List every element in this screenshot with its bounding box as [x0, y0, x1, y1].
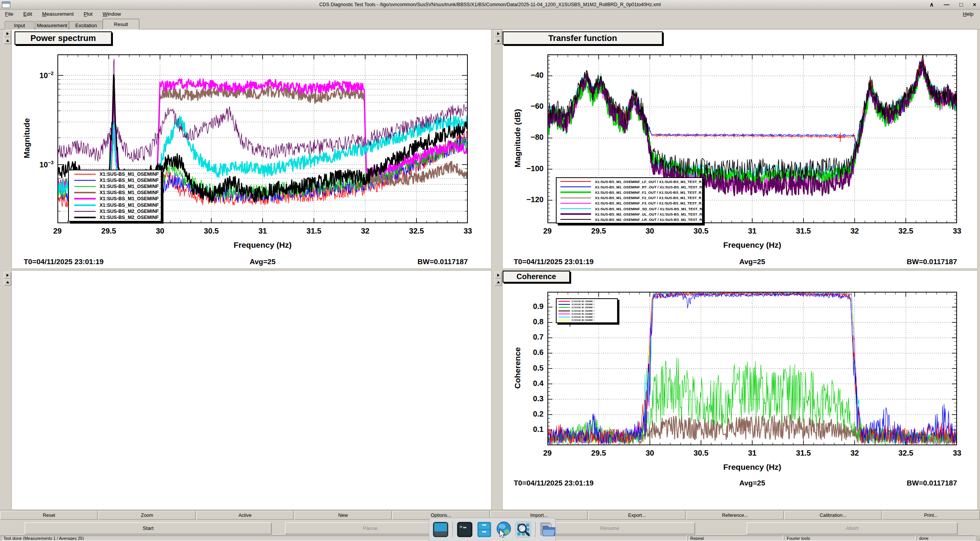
menu-edit[interactable]: Edit: [18, 10, 37, 18]
legend-key-line: [560, 203, 591, 204]
triangle-right-icon: [7, 274, 9, 277]
button-new[interactable]: New: [294, 511, 392, 520]
svg-text:>: >: [459, 524, 462, 530]
tab-result[interactable]: Result: [103, 19, 139, 29]
legend-entry: X1:SUS-BS_M1_OSEMINF_RT_OUT / X1:SUS-BS_…: [557, 184, 702, 190]
coherence-t0: T0=04/11/2025 23:01:19: [514, 479, 594, 488]
tab-bar: InputMeasurementExcitationResult: [0, 18, 980, 29]
coherence-bw: BW=0.0117187: [804, 479, 957, 488]
y-tick-label: 10−2: [20, 70, 54, 80]
x-tick-label: 33: [944, 227, 970, 235]
x-tick-label: 31: [739, 227, 766, 235]
transfer-function-title: Transfer function: [503, 31, 663, 45]
button-export[interactable]: Export...: [588, 511, 686, 520]
triangle-up-icon: [497, 281, 500, 283]
legend-key-line: [559, 304, 570, 305]
legend-entry: X1:SUS-BS_M1_OSEMINF_SD_OUT: [69, 202, 161, 208]
pane-expand-up-button[interactable]: [495, 37, 502, 44]
maximize-button[interactable]: □: [959, 0, 963, 9]
transfer-function-legend[interactable]: X1:SUS-BS_M1_OSEMINF_LF_OUT / X1:SUS-BS_…: [556, 177, 703, 224]
pane-expand-right-button[interactable]: [495, 30, 502, 37]
app-finder-icon[interactable]: [514, 521, 532, 538]
legend-entry: X1:SUS-BS_M1_OSEMINF_F1_OUT / X1:SUS-BS_…: [557, 306, 617, 309]
pane-expand-up-button[interactable]: [495, 279, 502, 286]
browser-globe-icon[interactable]: [495, 521, 513, 538]
triangle-up-icon: [497, 39, 500, 42]
y-tick-label: −80: [510, 133, 544, 142]
legend-entry: X1:SUS-BS_M1_OSEMINF_LF_OUT / X1:SUS-BS_…: [557, 300, 617, 303]
pane-expand-right-button[interactable]: [4, 30, 11, 37]
y-tick-label: −40: [510, 71, 544, 80]
triangle-up-icon: [6, 281, 9, 283]
display-icon[interactable]: [432, 521, 449, 538]
x-tick-label: 30.5: [688, 227, 714, 235]
shade-button[interactable]: ∧: [929, 0, 934, 9]
legend-entry: X1:SUS-BS_M1_OSEMINF_F1_OUT / X1:SUS-BS_…: [557, 190, 702, 195]
legend-entry: X1:SUS-BS_M2_OSEMINF_LR_OUT: [69, 208, 161, 214]
legend-entry-label: X1:SUS-BS_M1_OSEMINF_LF_OUT / X1:SUS-BS_…: [572, 301, 595, 302]
menu-file[interactable]: File: [0, 10, 18, 18]
window-controls: ∧—□×: [929, 0, 976, 9]
legend-key-line: [74, 211, 96, 212]
legend-entry-label: X1:SUS-BS_M1_OSEMINF_F1_OUT / X1:SUS-BS_…: [595, 190, 702, 194]
pane-expand-right-button[interactable]: [495, 272, 502, 279]
pane-expand-up-button[interactable]: [4, 37, 11, 44]
menu-plot[interactable]: Plot: [79, 10, 98, 18]
coherence-legend[interactable]: X1:SUS-BS_M1_OSEMINF_LF_OUT / X1:SUS-BS_…: [556, 298, 618, 323]
button-zoom[interactable]: Zoom: [98, 511, 196, 520]
x-tick-label: 29.5: [585, 449, 612, 458]
power-spectrum-legend[interactable]: X1:SUS-BS_M1_OSEMINF_F1_OUTX1:SUS-BS_M1_…: [68, 170, 162, 222]
menu-window[interactable]: Window: [98, 10, 126, 18]
y-tick-label: 0.8: [510, 317, 544, 326]
legend-entry: X1:SUS-BS_M2_OSEMINF_UL_OUT: [69, 214, 161, 221]
legend-entry-label: X1:SUS-BS_M2_OSEMINF_UL_OUT: [100, 215, 161, 220]
minimize-button[interactable]: —: [944, 0, 949, 9]
power-spectrum-t0: T0=04/11/2025 23:01:19: [24, 257, 104, 266]
x-tick-label: 29.5: [95, 227, 122, 235]
menu-measurement[interactable]: Measurement: [37, 10, 79, 18]
button-reference[interactable]: Reference...: [686, 511, 784, 520]
pane-expand-up-button[interactable]: [4, 279, 11, 286]
tab-input[interactable]: Input: [5, 21, 34, 29]
x-tick-label: 29.5: [585, 227, 612, 235]
window-title: CDS Diagnostic Test Tools - /ligo/svncom…: [77, 2, 903, 7]
resize-grip[interactable]: [975, 536, 980, 541]
legend-entry: X1:SUS-BS_M2_OSEMINF_UL_OUT / X1:SUS-BS_…: [557, 319, 617, 322]
x-tick-label: 30: [147, 227, 173, 235]
button-start[interactable]: Start: [24, 522, 272, 534]
legend-key-line: [74, 198, 96, 199]
taskbar-separator: [535, 522, 536, 537]
x-tick-label: 30.5: [198, 227, 225, 235]
y-tick-label: −120: [510, 195, 544, 204]
legend-key-line: [560, 186, 591, 187]
status-segment: Test done (Measurements 1 / Averages 25): [1, 536, 687, 541]
transfer-function-xlabel: Frequency (Hz): [695, 240, 810, 250]
x-tick-label: 30.5: [688, 449, 714, 458]
legend-key-line: [559, 310, 570, 312]
close-button[interactable]: ×: [973, 0, 976, 9]
button-reset[interactable]: Reset: [0, 511, 98, 520]
power-spectrum-ylabel: Magnitude: [22, 81, 31, 196]
x-tick-label: 32.5: [892, 227, 919, 235]
button-calibration[interactable]: Calibration...: [784, 511, 882, 520]
power-spectrum-xlabel: Frequency (Hz): [205, 240, 320, 250]
coherence-title: Coherence: [503, 271, 570, 283]
terminal-icon[interactable]: >: [456, 521, 474, 538]
y-tick-label: 0.4: [510, 379, 544, 388]
button-active[interactable]: Active: [196, 511, 294, 520]
legend-entry: X1:SUS-BS_M1_OSEMINF_SD_OUT / X1:SUS-BS_…: [557, 206, 702, 211]
legend-entry-label: X1:SUS-BS_M1_OSEMINF_LF_OUT: [100, 190, 161, 195]
menu-help[interactable]: Help: [958, 10, 978, 18]
file-manager-icon[interactable]: [539, 521, 556, 538]
triangle-up-icon: [6, 39, 9, 42]
file-cabinet-icon[interactable]: [475, 521, 493, 538]
x-tick-label: 33: [454, 227, 481, 235]
pane-expand-right-button[interactable]: [4, 272, 11, 279]
button-print[interactable]: Print...: [882, 511, 980, 520]
legend-key-line: [560, 191, 591, 193]
x-tick-label: 32: [841, 449, 868, 458]
tab-measurement[interactable]: Measurement: [35, 21, 69, 29]
triangle-right-icon: [497, 274, 500, 277]
titlebar[interactable]: CDS Diagnostic Test Tools - /ligo/svncom…: [0, 0, 980, 10]
tab-excitation[interactable]: Excitation: [69, 21, 103, 29]
